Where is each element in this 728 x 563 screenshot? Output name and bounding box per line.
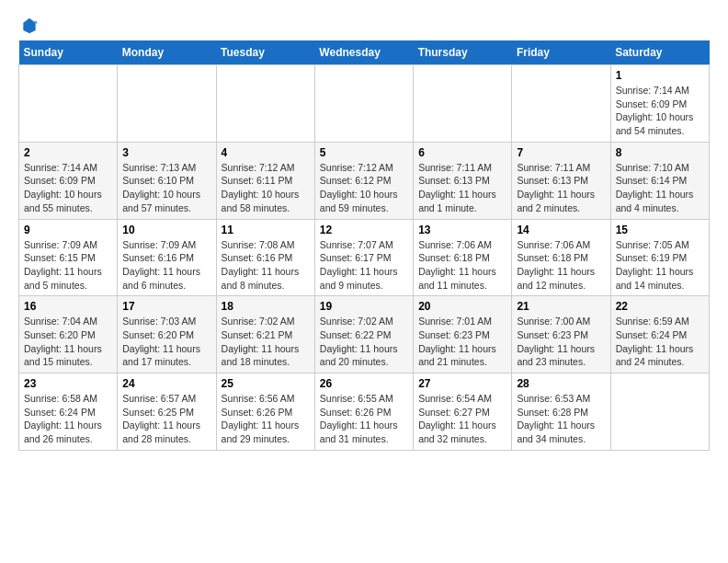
calendar-cell: 25Sunrise: 6:56 AM Sunset: 6:26 PM Dayli… (216, 373, 314, 451)
day-number: 9 (24, 224, 112, 236)
day-info: Sunrise: 7:11 AM Sunset: 6:13 PM Dayligh… (517, 161, 605, 215)
day-info: Sunrise: 6:54 AM Sunset: 6:27 PM Dayligh… (418, 392, 506, 446)
calendar-cell (19, 65, 118, 143)
day-info: Sunrise: 7:11 AM Sunset: 6:13 PM Dayligh… (418, 161, 506, 215)
day-info: Sunrise: 6:58 AM Sunset: 6:24 PM Dayligh… (24, 392, 112, 446)
calendar-header-saturday: Saturday (610, 40, 709, 65)
calendar-week-3: 9Sunrise: 7:09 AM Sunset: 6:15 PM Daylig… (19, 219, 710, 296)
calendar-cell: 2Sunrise: 7:14 AM Sunset: 6:09 PM Daylig… (19, 142, 118, 219)
calendar-table: SundayMondayTuesdayWednesdayThursdayFrid… (18, 40, 710, 451)
calendar-cell: 20Sunrise: 7:01 AM Sunset: 6:23 PM Dayli… (414, 296, 512, 373)
day-number: 20 (418, 300, 506, 313)
day-number: 14 (517, 224, 605, 236)
day-info: Sunrise: 7:14 AM Sunset: 6:09 PM Dayligh… (24, 161, 112, 215)
calendar-header-sunday: Sunday (19, 40, 118, 65)
day-number: 21 (517, 300, 605, 313)
calendar-cell (414, 65, 512, 143)
day-info: Sunrise: 7:13 AM Sunset: 6:10 PM Dayligh… (122, 161, 210, 215)
day-number: 24 (122, 377, 210, 390)
calendar-cell (216, 65, 314, 143)
calendar-week-1: 1Sunrise: 7:14 AM Sunset: 6:09 PM Daylig… (19, 65, 710, 143)
calendar-cell: 10Sunrise: 7:09 AM Sunset: 6:16 PM Dayli… (118, 219, 216, 296)
calendar-cell (610, 373, 709, 451)
day-info: Sunrise: 7:09 AM Sunset: 6:16 PM Dayligh… (122, 238, 210, 293)
day-number: 3 (122, 146, 210, 159)
day-info: Sunrise: 7:02 AM Sunset: 6:21 PM Dayligh… (222, 315, 310, 369)
day-number: 26 (320, 377, 408, 390)
day-number: 6 (418, 146, 506, 159)
day-info: Sunrise: 7:12 AM Sunset: 6:12 PM Dayligh… (320, 161, 408, 215)
day-info: Sunrise: 7:04 AM Sunset: 6:20 PM Dayligh… (24, 315, 112, 369)
day-info: Sunrise: 7:00 AM Sunset: 6:23 PM Dayligh… (517, 315, 605, 369)
day-number: 22 (616, 300, 704, 313)
day-info: Sunrise: 7:09 AM Sunset: 6:15 PM Dayligh… (24, 238, 112, 293)
day-info: Sunrise: 6:53 AM Sunset: 6:28 PM Dayligh… (517, 392, 605, 446)
day-number: 25 (222, 377, 310, 390)
calendar-header-friday: Friday (512, 40, 610, 65)
day-number: 13 (418, 224, 506, 236)
logo-icon (20, 17, 39, 35)
day-info: Sunrise: 7:07 AM Sunset: 6:17 PM Dayligh… (320, 238, 408, 293)
calendar-cell: 22Sunrise: 6:59 AM Sunset: 6:24 PM Dayli… (610, 296, 709, 373)
calendar-cell: 7Sunrise: 7:11 AM Sunset: 6:13 PM Daylig… (512, 142, 610, 219)
day-info: Sunrise: 7:08 AM Sunset: 6:16 PM Dayligh… (222, 238, 310, 293)
calendar-header-monday: Monday (118, 40, 216, 65)
calendar-cell: 15Sunrise: 7:05 AM Sunset: 6:19 PM Dayli… (610, 219, 709, 296)
calendar-cell: 23Sunrise: 6:58 AM Sunset: 6:24 PM Dayli… (19, 373, 118, 451)
day-number: 18 (222, 300, 310, 313)
calendar-cell: 16Sunrise: 7:04 AM Sunset: 6:20 PM Dayli… (19, 296, 118, 373)
calendar-cell: 28Sunrise: 6:53 AM Sunset: 6:28 PM Dayli… (512, 373, 610, 451)
day-number: 10 (122, 224, 210, 236)
calendar-week-5: 23Sunrise: 6:58 AM Sunset: 6:24 PM Dayli… (19, 373, 710, 451)
calendar-week-2: 2Sunrise: 7:14 AM Sunset: 6:09 PM Daylig… (19, 142, 710, 219)
page-header (18, 18, 710, 31)
calendar-cell: 1Sunrise: 7:14 AM Sunset: 6:09 PM Daylig… (610, 65, 709, 143)
day-info: Sunrise: 7:14 AM Sunset: 6:09 PM Dayligh… (616, 84, 704, 138)
calendar-cell: 27Sunrise: 6:54 AM Sunset: 6:27 PM Dayli… (414, 373, 512, 451)
calendar-header-thursday: Thursday (414, 40, 512, 65)
logo (18, 18, 39, 31)
day-number: 1 (616, 69, 704, 82)
calendar-cell: 9Sunrise: 7:09 AM Sunset: 6:15 PM Daylig… (19, 219, 118, 296)
calendar-cell: 24Sunrise: 6:57 AM Sunset: 6:25 PM Dayli… (118, 373, 216, 451)
calendar-header-wednesday: Wednesday (314, 40, 413, 65)
calendar-cell: 19Sunrise: 7:02 AM Sunset: 6:22 PM Dayli… (314, 296, 413, 373)
day-number: 23 (24, 377, 112, 390)
day-info: Sunrise: 6:59 AM Sunset: 6:24 PM Dayligh… (616, 315, 704, 369)
calendar-week-4: 16Sunrise: 7:04 AM Sunset: 6:20 PM Dayli… (19, 296, 710, 373)
day-number: 27 (418, 377, 506, 390)
day-info: Sunrise: 7:03 AM Sunset: 6:20 PM Dayligh… (122, 315, 210, 369)
calendar-header-row: SundayMondayTuesdayWednesdayThursdayFrid… (19, 40, 710, 65)
day-number: 2 (24, 146, 112, 159)
day-number: 11 (222, 224, 310, 236)
calendar-cell: 5Sunrise: 7:12 AM Sunset: 6:12 PM Daylig… (314, 142, 413, 219)
day-info: Sunrise: 7:01 AM Sunset: 6:23 PM Dayligh… (418, 315, 506, 369)
calendar-cell: 6Sunrise: 7:11 AM Sunset: 6:13 PM Daylig… (414, 142, 512, 219)
calendar-cell: 17Sunrise: 7:03 AM Sunset: 6:20 PM Dayli… (118, 296, 216, 373)
calendar-cell (512, 65, 610, 143)
day-number: 5 (320, 146, 408, 159)
day-info: Sunrise: 7:02 AM Sunset: 6:22 PM Dayligh… (320, 315, 408, 369)
day-number: 8 (616, 146, 704, 159)
day-info: Sunrise: 7:05 AM Sunset: 6:19 PM Dayligh… (616, 238, 704, 293)
day-info: Sunrise: 6:56 AM Sunset: 6:26 PM Dayligh… (222, 392, 310, 446)
calendar-cell: 13Sunrise: 7:06 AM Sunset: 6:18 PM Dayli… (414, 219, 512, 296)
calendar-cell: 18Sunrise: 7:02 AM Sunset: 6:21 PM Dayli… (216, 296, 314, 373)
day-number: 19 (320, 300, 408, 313)
day-number: 4 (222, 146, 310, 159)
day-info: Sunrise: 7:06 AM Sunset: 6:18 PM Dayligh… (517, 238, 605, 293)
day-info: Sunrise: 7:12 AM Sunset: 6:11 PM Dayligh… (222, 161, 310, 215)
day-info: Sunrise: 6:55 AM Sunset: 6:26 PM Dayligh… (320, 392, 408, 446)
calendar-cell: 12Sunrise: 7:07 AM Sunset: 6:17 PM Dayli… (314, 219, 413, 296)
day-number: 17 (122, 300, 210, 313)
day-info: Sunrise: 7:10 AM Sunset: 6:14 PM Dayligh… (616, 161, 704, 215)
day-number: 15 (616, 224, 704, 236)
day-number: 12 (320, 224, 408, 236)
calendar-cell: 21Sunrise: 7:00 AM Sunset: 6:23 PM Dayli… (512, 296, 610, 373)
calendar-cell (118, 65, 216, 143)
day-info: Sunrise: 6:57 AM Sunset: 6:25 PM Dayligh… (122, 392, 210, 446)
calendar-header-tuesday: Tuesday (216, 40, 314, 65)
day-number: 28 (517, 377, 605, 390)
calendar-cell: 4Sunrise: 7:12 AM Sunset: 6:11 PM Daylig… (216, 142, 314, 219)
day-info: Sunrise: 7:06 AM Sunset: 6:18 PM Dayligh… (418, 238, 506, 293)
